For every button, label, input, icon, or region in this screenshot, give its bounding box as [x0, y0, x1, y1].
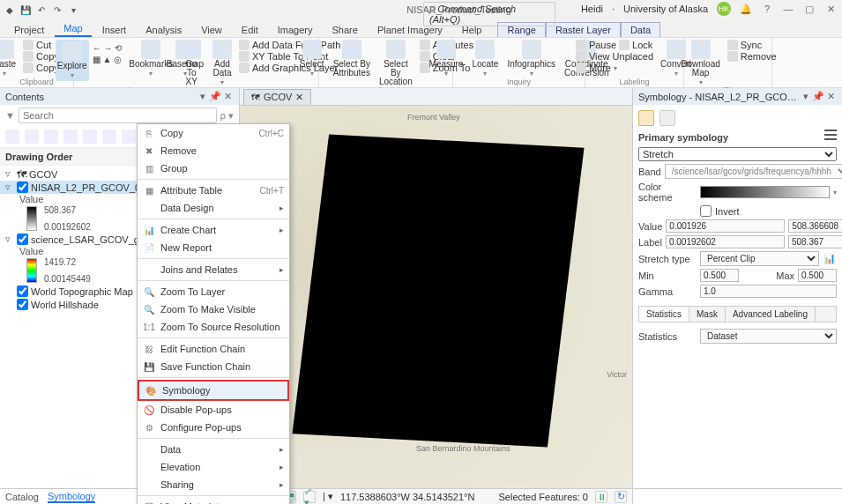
minimize-icon[interactable]: —	[782, 3, 794, 15]
band-select[interactable]: /science/lsar/gcov/grids/frequencya/hhhh	[665, 164, 842, 179]
cm-datadesign[interactable]: Data Design▸	[138, 199, 289, 217]
dropdown-icon[interactable]: ▾	[800, 91, 812, 102]
cm-elevation[interactable]: Elevation▸	[138, 458, 289, 476]
tab-advlabel[interactable]: Advanced Labeling	[726, 307, 816, 322]
label-hi[interactable]	[788, 235, 842, 248]
nav-view[interactable]: ▦ ▲ ◎	[91, 55, 124, 64]
measure-button[interactable]: Measure▾	[426, 40, 467, 78]
locate-button[interactable]: Locate▾	[468, 40, 502, 78]
value-lo[interactable]	[666, 219, 785, 233]
value-hi[interactable]	[788, 219, 842, 233]
close-icon[interactable]: ✕	[824, 3, 837, 15]
basemap-button[interactable]: Basemap▾	[163, 40, 207, 78]
max-input[interactable]	[798, 269, 837, 282]
cm-newreport: 📄New Report	[138, 239, 289, 256]
user-name[interactable]: Heidi	[581, 4, 603, 14]
redo-icon[interactable]: ↷	[51, 4, 63, 16]
more-button[interactable]: More ▾	[574, 63, 655, 73]
remove-button[interactable]: Remove	[726, 51, 779, 62]
list-snapping-icon[interactable]	[83, 130, 97, 144]
gamma-input[interactable]	[700, 285, 837, 298]
list-labeling-icon[interactable]	[102, 130, 116, 144]
label-lo[interactable]	[666, 235, 785, 248]
list-perspective-icon[interactable]	[122, 130, 136, 144]
selectbyattr-button[interactable]: Select By Attributes	[330, 40, 374, 78]
cm-savefunc[interactable]: 💾Save Function Chain	[138, 358, 289, 375]
selectbyloc-button[interactable]: Select By Location	[376, 40, 416, 86]
sync-button[interactable]: Sync	[726, 40, 779, 50]
tab-insert[interactable]: Insert	[93, 23, 136, 37]
search-input[interactable]	[19, 107, 217, 123]
nav-arrows[interactable]: ← → ⟲	[91, 43, 124, 53]
tab-view[interactable]: View	[192, 23, 231, 37]
cm-sharing[interactable]: Sharing▸	[138, 476, 289, 493]
basemap-canvas[interactable]: Victor ta Clarita Fremont Valley San Ber…	[240, 106, 632, 488]
tab-map[interactable]: Map	[55, 21, 91, 37]
pin-icon[interactable]: 📌	[209, 91, 221, 102]
primary-sym-icon[interactable]	[638, 110, 654, 126]
bottom-tab-catalog[interactable]: Catalog	[5, 492, 39, 502]
tab-analysis[interactable]: Analysis	[137, 23, 190, 37]
cm-joins[interactable]: Joins and Relates▸	[138, 261, 289, 278]
download-button[interactable]: Download Map▾	[677, 40, 723, 86]
dropdown-icon[interactable]: ▾	[197, 91, 209, 102]
undo-icon[interactable]: ↶	[35, 4, 48, 16]
map-view[interactable]: 🗺 GCOV ✕ Victor ta Clarita Fremont Valle…	[240, 88, 632, 504]
tab-statistics[interactable]: Statistics	[639, 307, 689, 322]
cm-remove[interactable]: ✖Remove	[138, 142, 289, 159]
min-input[interactable]	[700, 269, 739, 282]
ctx-data[interactable]: Data	[621, 22, 660, 37]
vary-sym-icon[interactable]	[659, 110, 675, 126]
command-search[interactable]: ρ Command Search (Alt+Q)	[423, 2, 555, 26]
explore-button[interactable]: Explore▾	[56, 40, 89, 81]
list-selection-icon[interactable]	[44, 130, 58, 144]
list-drawing-icon[interactable]	[5, 130, 19, 144]
tab-mask[interactable]: Mask	[689, 307, 726, 322]
bell-icon[interactable]: 🔔	[740, 3, 752, 15]
cm-data[interactable]: Data▸	[138, 441, 289, 458]
stretchtype-select[interactable]: Percent Clip	[700, 251, 819, 266]
user-avatar[interactable]: HK	[717, 2, 731, 16]
paste-button[interactable]: Paste▾	[0, 40, 19, 78]
cm-copy[interactable]: ⎘CopyCtrl+C	[138, 124, 289, 142]
tab-edit[interactable]: Edit	[233, 23, 267, 37]
adddata-button[interactable]: Add Data▾	[209, 40, 235, 86]
histogram-icon[interactable]: 📊	[823, 253, 837, 264]
cm-viewmeta[interactable]: 📋View Metadata	[138, 498, 289, 504]
maximize-icon[interactable]: ▢	[803, 3, 816, 15]
ctx-raster[interactable]: Raster Layer	[546, 22, 621, 37]
qat-more-icon[interactable]: ▾	[67, 4, 79, 16]
invert-check[interactable]	[700, 205, 712, 217]
colorscheme-picker[interactable]	[700, 186, 830, 198]
cm-zoomlayer[interactable]: 🔍Zoom To Layer	[138, 283, 289, 300]
list-editing-icon[interactable]	[63, 130, 78, 144]
stats-select[interactable]: Dataset	[700, 329, 837, 344]
cm-group[interactable]: ▥Group	[138, 159, 289, 177]
unplaced-button[interactable]: View Unplaced	[574, 51, 655, 62]
cm-editfunc[interactable]: ⛓Edit Function Chain	[138, 340, 289, 358]
map-tab-gcov[interactable]: 🗺 GCOV ✕	[243, 89, 311, 105]
tab-share[interactable]: Share	[324, 23, 367, 37]
close-icon[interactable]: ✕	[221, 91, 234, 102]
infographics-button[interactable]: Infographics▾	[503, 40, 558, 78]
help-icon[interactable]: ?	[761, 3, 773, 15]
tab-imagery[interactable]: Imagery	[269, 23, 322, 37]
sym-type-select[interactable]: Stretch	[638, 147, 837, 161]
select-button[interactable]: Select▾	[296, 40, 328, 78]
cm-configpop[interactable]: ⚙Configure Pop-ups	[138, 419, 289, 436]
pin-icon[interactable]: 📌	[812, 91, 824, 102]
cm-createchart[interactable]: 📊Create Chart▸	[138, 221, 289, 239]
list-source-icon[interactable]	[25, 130, 39, 144]
search-dropdown-icon[interactable]: ρ ▾	[220, 110, 234, 122]
cm-disablepop[interactable]: 🚫Disable Pop-ups	[138, 401, 289, 419]
cm-zoomsource[interactable]: 1:1Zoom To Source Resolution	[138, 318, 289, 336]
tab-project[interactable]: Project	[5, 23, 53, 37]
tab-close-icon[interactable]: ✕	[295, 92, 303, 103]
save-icon[interactable]: 💾	[19, 4, 32, 16]
filter-icon[interactable]: ▼	[5, 110, 15, 121]
hamburger-icon[interactable]	[824, 130, 837, 140]
cm-symbology[interactable]: 🎨Symbology	[138, 380, 289, 401]
bottom-tab-symbology[interactable]: Symbology	[48, 491, 95, 503]
close-icon[interactable]: ✕	[824, 91, 837, 102]
pause-button[interactable]: Pause Lock	[574, 40, 655, 50]
